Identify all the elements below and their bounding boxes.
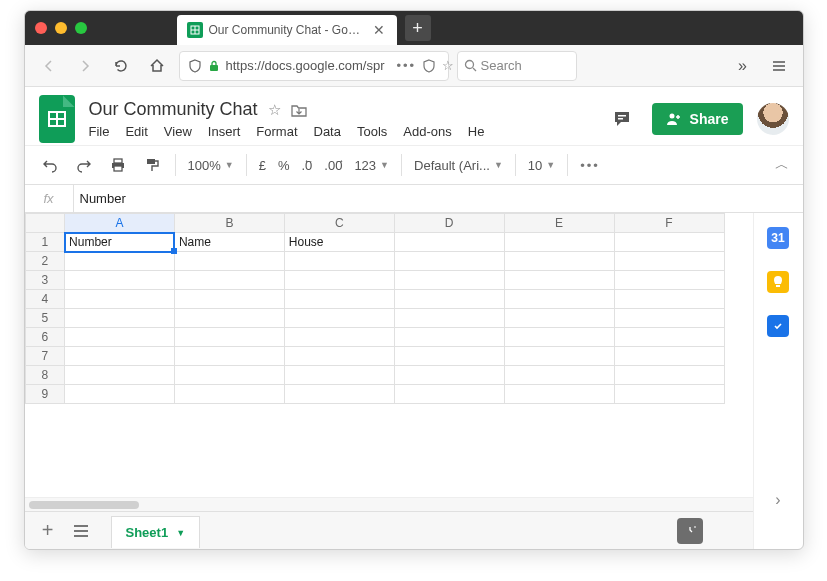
font-dropdown[interactable]: Default (Ari...▼: [414, 158, 503, 173]
row-header-3[interactable]: 3: [25, 271, 65, 290]
percent-button[interactable]: %: [278, 158, 290, 173]
back-button[interactable]: [35, 52, 63, 80]
cell[interactable]: [614, 271, 724, 290]
col-header-B[interactable]: B: [174, 214, 284, 233]
cell[interactable]: [394, 271, 504, 290]
increase-decimal-button[interactable]: .00→: [324, 158, 342, 173]
cell[interactable]: [284, 290, 394, 309]
more-formats-dropdown[interactable]: 123▼: [354, 158, 389, 173]
bookmark-star-icon[interactable]: ☆: [442, 58, 454, 73]
cell[interactable]: [614, 309, 724, 328]
row-header-1[interactable]: 1: [25, 233, 65, 252]
fontsize-dropdown[interactable]: 10▼: [528, 158, 555, 173]
horizontal-scrollbar[interactable]: [25, 497, 753, 511]
cell[interactable]: [174, 271, 284, 290]
col-header-C[interactable]: C: [284, 214, 394, 233]
cell[interactable]: [504, 252, 614, 271]
cell[interactable]: [284, 328, 394, 347]
cell[interactable]: [394, 347, 504, 366]
row-header-9[interactable]: 9: [25, 385, 65, 404]
cell[interactable]: [504, 385, 614, 404]
hamburger-menu-button[interactable]: [765, 52, 793, 80]
zoom-dropdown[interactable]: 100%▼: [188, 158, 234, 173]
paint-format-button[interactable]: [141, 154, 163, 176]
menu-tools[interactable]: Tools: [357, 124, 387, 139]
cell[interactable]: [614, 328, 724, 347]
cell[interactable]: [174, 252, 284, 271]
cell[interactable]: [504, 290, 614, 309]
share-button[interactable]: Share: [652, 103, 743, 135]
row-header-6[interactable]: 6: [25, 328, 65, 347]
undo-button[interactable]: [39, 154, 61, 176]
all-sheets-button[interactable]: [73, 524, 99, 538]
cell[interactable]: [284, 366, 394, 385]
cell[interactable]: [284, 385, 394, 404]
cell[interactable]: [394, 328, 504, 347]
col-header-D[interactable]: D: [394, 214, 504, 233]
cell[interactable]: [174, 328, 284, 347]
cell-D1[interactable]: [394, 233, 504, 252]
cell[interactable]: [394, 366, 504, 385]
fx-label[interactable]: fx: [25, 191, 73, 206]
calendar-icon[interactable]: 31: [767, 227, 789, 249]
cell[interactable]: [65, 347, 175, 366]
cell-E1[interactable]: [504, 233, 614, 252]
row-header-4[interactable]: 4: [25, 290, 65, 309]
col-header-F[interactable]: F: [614, 214, 724, 233]
user-avatar[interactable]: [757, 103, 789, 135]
menu-data[interactable]: Data: [314, 124, 341, 139]
menu-addons[interactable]: Add-ons: [403, 124, 451, 139]
cell[interactable]: [614, 366, 724, 385]
collapse-toolbar-button[interactable]: ︿: [775, 156, 789, 174]
col-header-E[interactable]: E: [504, 214, 614, 233]
cell[interactable]: [174, 385, 284, 404]
sheets-logo[interactable]: [39, 95, 75, 143]
col-header-A[interactable]: A: [65, 214, 175, 233]
cell[interactable]: [65, 328, 175, 347]
reload-button[interactable]: [107, 52, 135, 80]
cell[interactable]: [65, 271, 175, 290]
address-bar[interactable]: https://docs.google.com/spr ••• ☆: [179, 51, 449, 81]
close-tab-button[interactable]: ✕: [371, 22, 387, 38]
cell[interactable]: [284, 271, 394, 290]
select-all-corner[interactable]: [25, 214, 65, 233]
page-actions-icon[interactable]: •••: [396, 58, 416, 73]
close-window-button[interactable]: [35, 22, 47, 34]
cell[interactable]: [65, 309, 175, 328]
cell[interactable]: [614, 347, 724, 366]
currency-button[interactable]: £: [259, 158, 266, 173]
cell[interactable]: [504, 366, 614, 385]
decrease-decimal-button[interactable]: .0←: [301, 158, 312, 173]
cell[interactable]: [65, 366, 175, 385]
new-tab-button[interactable]: +: [405, 15, 431, 41]
cell[interactable]: [504, 328, 614, 347]
cell-F1[interactable]: [614, 233, 724, 252]
cell[interactable]: [614, 385, 724, 404]
formula-bar-input[interactable]: Number: [74, 191, 126, 206]
menu-file[interactable]: File: [89, 124, 110, 139]
cell[interactable]: [174, 290, 284, 309]
menu-view[interactable]: View: [164, 124, 192, 139]
browser-search-box[interactable]: Search: [457, 51, 577, 81]
cell[interactable]: [284, 252, 394, 271]
menu-insert[interactable]: Insert: [208, 124, 241, 139]
keep-icon[interactable]: [767, 271, 789, 293]
cell[interactable]: [65, 290, 175, 309]
cell[interactable]: [284, 309, 394, 328]
sheet-tab-sheet1[interactable]: Sheet1 ▼: [111, 516, 201, 548]
row-header-8[interactable]: 8: [25, 366, 65, 385]
cell[interactable]: [504, 347, 614, 366]
sheet-tab-menu-caret[interactable]: ▼: [176, 528, 185, 538]
menu-help[interactable]: He: [468, 124, 485, 139]
cell[interactable]: [174, 347, 284, 366]
cell[interactable]: [65, 252, 175, 271]
lock-icon[interactable]: [208, 60, 220, 72]
print-button[interactable]: [107, 154, 129, 176]
menu-edit[interactable]: Edit: [125, 124, 147, 139]
cell[interactable]: [394, 385, 504, 404]
cell-B1[interactable]: Name: [174, 233, 284, 252]
minimize-window-button[interactable]: [55, 22, 67, 34]
scrollbar-thumb[interactable]: [29, 501, 139, 509]
tracking-shield-icon[interactable]: [188, 59, 202, 73]
cell[interactable]: [284, 347, 394, 366]
